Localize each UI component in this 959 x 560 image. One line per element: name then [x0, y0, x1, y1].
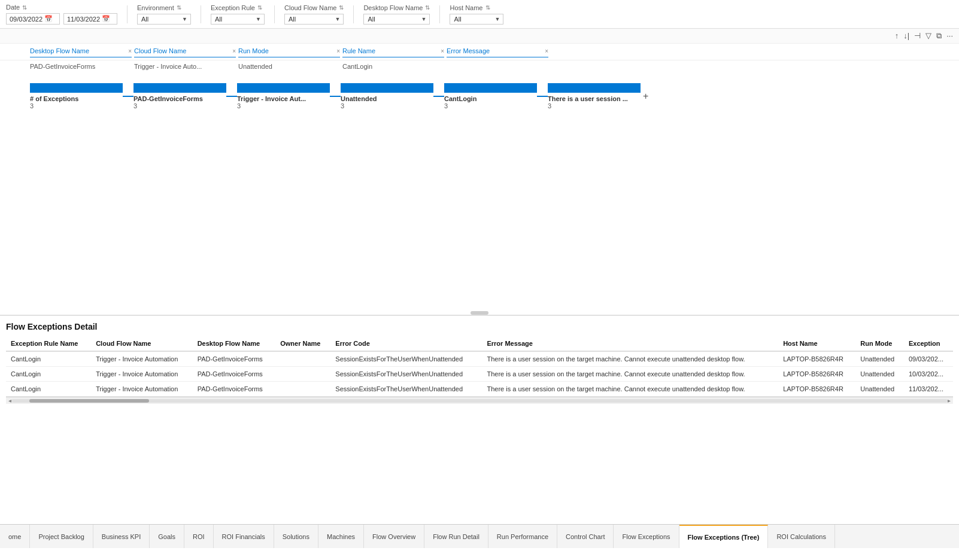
cell-desktop-flow: PAD-GetInvoiceForms: [193, 382, 276, 397]
date-filter-group: Date ⇅ 09/03/2022 📅 11/03/2022 📅: [6, 4, 117, 25]
bar-5[interactable]: [548, 83, 641, 93]
hierarchy-icon[interactable]: ⊣: [914, 31, 921, 41]
sort-desc-icon[interactable]: ↓|: [903, 31, 909, 41]
exception-rule-dropdown[interactable]: All ▼: [211, 14, 265, 25]
exception-rule-filter-group: Exception Rule ⇅ All ▼: [211, 4, 265, 25]
col-values-row: PAD-GetInvoiceForms Trigger - Invoice Au…: [0, 60, 959, 71]
tab-roi[interactable]: ROI: [184, 525, 214, 548]
cell-owner: [275, 367, 330, 382]
desktop-flow-filter-group: Desktop Flow Name ⇅ All ▼: [363, 4, 430, 25]
tab-goals[interactable]: Goals: [150, 525, 184, 548]
bar-count-0: 3: [30, 102, 34, 109]
cloud-flow-chevron-icon: ▼: [335, 16, 341, 22]
cloud-flow-dropdown[interactable]: All ▼: [284, 14, 344, 25]
tab-ome[interactable]: ome: [0, 525, 30, 548]
bar-3[interactable]: [341, 83, 433, 93]
sep1: [127, 5, 128, 23]
date-from-value: 09/03/2022: [10, 16, 43, 23]
bar-0[interactable]: [30, 83, 123, 93]
scroll-thumb[interactable]: [29, 399, 149, 403]
column-headers-row: Desktop Flow Name × Cloud Flow Name × Ru…: [0, 44, 959, 60]
bar-2[interactable]: [237, 83, 330, 93]
more-icon[interactable]: ···: [946, 31, 953, 41]
cell-exception-rule: CantLogin: [6, 382, 91, 397]
tab-flow-run-detail[interactable]: Flow Run Detail: [424, 525, 488, 548]
cell-desktop-flow: PAD-GetInvoiceForms: [193, 367, 276, 382]
calendar-icon[interactable]: 📅: [44, 15, 53, 23]
env-filter-label: Environment ⇅: [137, 4, 191, 11]
desktop-flow-label-text: Desktop Flow Name: [363, 4, 423, 11]
host-name-filter-label: Host Name ⇅: [450, 4, 503, 11]
host-name-label-text: Host Name: [450, 4, 482, 11]
bar-4[interactable]: [444, 83, 537, 93]
horizontal-scrollbar[interactable]: ◂ ▸: [6, 397, 953, 404]
table-body: CantLogin Trigger - Invoice Automation P…: [6, 351, 953, 397]
bar-1[interactable]: [133, 83, 226, 93]
tab-machines[interactable]: Machines: [318, 525, 364, 548]
th-error-code: Error Code: [330, 336, 482, 351]
tab-flow-exceptions[interactable]: Flow Exceptions: [614, 525, 679, 548]
col-header-cloud-flow: Cloud Flow Name ×: [134, 46, 236, 57]
date-from-input[interactable]: 09/03/2022 📅: [6, 13, 60, 25]
environment-dropdown[interactable]: All ▼: [137, 14, 191, 25]
add-node-button[interactable]: +: [643, 91, 648, 102]
exception-rule-value: All: [215, 16, 222, 23]
col-header-error-message-close[interactable]: ×: [545, 48, 548, 54]
sep5: [439, 5, 440, 23]
tab-business-kpi[interactable]: Business KPI: [93, 525, 150, 548]
tab-roi-financials[interactable]: ROI Financials: [214, 525, 274, 548]
cell-run-mode: Unattended: [855, 382, 904, 397]
tab-flow-overview[interactable]: Flow Overview: [364, 525, 424, 548]
bar-label-4: CantLogin: [444, 95, 477, 102]
tab-solutions[interactable]: Solutions: [274, 525, 318, 548]
bar-count-3: 3: [341, 102, 344, 109]
table-row[interactable]: CantLogin Trigger - Invoice Automation P…: [6, 351, 953, 367]
col-header-run-mode-close[interactable]: ×: [336, 48, 340, 54]
env-sort-icon: ⇅: [177, 4, 181, 11]
col-header-rule-name-close[interactable]: ×: [441, 48, 444, 54]
panel-resize-handle[interactable]: [471, 311, 488, 315]
host-name-value: All: [454, 16, 461, 23]
cell-owner: [275, 351, 330, 367]
export-icon[interactable]: ⧉: [936, 31, 942, 41]
sort-asc-icon[interactable]: ↑: [895, 31, 899, 41]
host-name-dropdown[interactable]: All ▼: [450, 14, 503, 25]
th-error-message: Error Message: [482, 336, 778, 351]
section-title: Flow Exceptions Detail: [6, 316, 953, 336]
col-header-cloud-flow-close[interactable]: ×: [232, 48, 236, 54]
table-row[interactable]: CantLogin Trigger - Invoice Automation P…: [6, 382, 953, 397]
tab-flow-exceptions-tree[interactable]: Flow Exceptions (Tree): [679, 525, 769, 548]
table-row[interactable]: CantLogin Trigger - Invoice Automation P…: [6, 367, 953, 382]
col-header-desktop-flow-close[interactable]: ×: [128, 48, 132, 54]
connector-3: [433, 96, 444, 97]
cell-error-message: There is a user session on the target ma…: [482, 351, 778, 367]
filter-icon[interactable]: ▽: [925, 31, 931, 41]
tab-project-backlog[interactable]: Project Backlog: [30, 525, 93, 548]
tab-run-performance[interactable]: Run Performance: [488, 525, 557, 548]
table-header: Exception Rule Name Cloud Flow Name Desk…: [6, 336, 953, 351]
date-to-input[interactable]: 11/03/2022 📅: [63, 13, 117, 25]
col-value-rule-name: CantLogin: [342, 62, 444, 71]
bar-count-5: 3: [548, 102, 551, 109]
cell-error-code: SessionExistsForTheUserWhenUnattended: [330, 351, 482, 367]
bar-node-1: PAD-GetInvoiceForms 3: [133, 83, 226, 109]
tab-roi-calculations[interactable]: ROI Calculations: [768, 525, 835, 548]
tree-bars-row: # of Exceptions 3 PAD-GetInvoiceForms 3 …: [30, 83, 929, 109]
tab-control-chart[interactable]: Control Chart: [557, 525, 614, 548]
calendar-icon-2[interactable]: 📅: [102, 15, 110, 23]
exception-rule-sort-icon: ⇅: [257, 4, 262, 11]
date-sort-icon: ⇅: [22, 4, 27, 11]
col-header-run-mode: Run Mode ×: [238, 46, 340, 57]
scroll-right-arrow[interactable]: ▸: [948, 397, 951, 404]
cloud-flow-value: All: [289, 16, 296, 23]
th-owner: Owner Name: [275, 336, 330, 351]
scroll-track[interactable]: [11, 399, 948, 403]
col-header-desktop-flow: Desktop Flow Name ×: [30, 46, 132, 57]
sep2: [201, 5, 201, 23]
bar-label-1: PAD-GetInvoiceForms: [133, 95, 203, 102]
desktop-flow-dropdown[interactable]: All ▼: [363, 14, 430, 25]
exception-rule-label-text: Exception Rule: [211, 4, 255, 11]
cell-error-message: There is a user session on the target ma…: [482, 367, 778, 382]
desktop-flow-chevron-icon: ▼: [421, 16, 427, 22]
env-chevron-icon: ▼: [182, 16, 187, 22]
